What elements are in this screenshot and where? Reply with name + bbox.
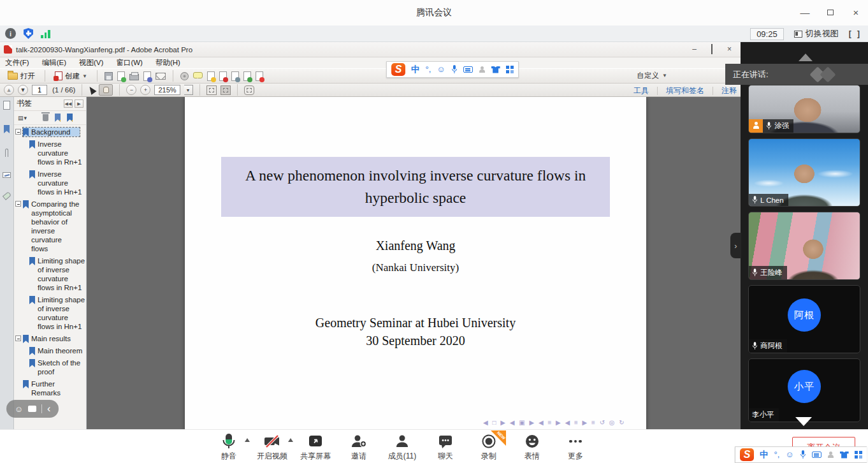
video-tile[interactable]: 小平 李小平 — [748, 358, 860, 422]
page-thumbnails-icon[interactable] — [3, 101, 10, 110]
new-bookmark-from-selection-icon[interactable] — [67, 114, 73, 122]
bookmark-item[interactable]: Comparing the asymptotical behavior of i… — [15, 200, 86, 253]
search-document-button[interactable] — [231, 71, 239, 81]
punctuation-icon[interactable]: °, — [426, 65, 431, 74]
save-button[interactable] — [105, 72, 113, 80]
emoji-picker-icon[interactable]: ☺ — [437, 65, 445, 74]
restore-button[interactable] — [825, 6, 836, 18]
bookmark-item[interactable]: Limiting shape of inverse curvature flow… — [15, 295, 86, 331]
new-bookmark-icon[interactable] — [55, 114, 61, 122]
camera-options-arrow[interactable] — [288, 438, 293, 442]
zoom-in-button[interactable]: + — [140, 85, 150, 95]
mic-options-arrow[interactable] — [245, 438, 250, 442]
attachments-icon[interactable] — [5, 149, 8, 157]
tags-icon[interactable] — [2, 191, 11, 200]
delete-bookmark-icon[interactable] — [43, 114, 48, 121]
meeting-info-icon[interactable]: i — [5, 28, 16, 39]
customize-button[interactable]: 自定义▼ — [637, 71, 667, 80]
hand-tool-button[interactable] — [99, 84, 113, 96]
chinese-mode-icon[interactable]: 中 — [760, 450, 769, 459]
toolbox-icon[interactable] — [506, 66, 514, 73]
touch-mode-button[interactable] — [244, 85, 254, 95]
switch-view-button[interactable]: 切换视图 — [794, 28, 839, 40]
bookmark-item[interactable]: Main results — [15, 334, 86, 343]
document-canvas[interactable]: A new phenomenon involving inverse curva… — [87, 97, 741, 429]
fullscreen-icon[interactable]: [ ] — [849, 29, 862, 38]
panel-menu-button[interactable]: ▶ — [75, 99, 83, 108]
menu-edit[interactable]: 编辑(E) — [42, 58, 66, 68]
voice-input-icon[interactable] — [800, 450, 806, 459]
bookmark-options-icon[interactable]: ▤▾ — [18, 115, 27, 121]
acrobat-restore-button[interactable] — [711, 45, 712, 54]
menu-help[interactable]: 帮助(H) — [156, 58, 180, 68]
menu-window[interactable]: 窗口(W) — [116, 58, 143, 68]
soft-keyboard-icon[interactable] — [812, 452, 821, 458]
collapse-icon[interactable] — [15, 335, 21, 341]
video-tile[interactable]: L Chen — [748, 138, 860, 207]
skin-icon[interactable] — [840, 452, 849, 459]
zoom-level-value[interactable]: 215% — [154, 85, 180, 95]
collapse-icon[interactable] — [15, 129, 21, 135]
zoom-dropdown-button[interactable]: ▼ — [184, 85, 193, 95]
voice-input-icon[interactable] — [451, 65, 458, 74]
highlight-text-button[interactable] — [207, 71, 215, 81]
tab-comment[interactable]: 注释 — [721, 85, 737, 96]
select-tool-icon[interactable] — [87, 85, 97, 95]
chat-button[interactable]: 聊天 — [427, 433, 464, 462]
tab-fill-sign[interactable]: 填写和签名 — [666, 85, 704, 96]
record-button[interactable]: 录制 NEW — [470, 433, 507, 462]
smiley-icon[interactable]: ☺ — [15, 405, 23, 413]
acrobat-minimize-button[interactable]: – — [692, 45, 697, 54]
toolbox-icon[interactable] — [855, 451, 862, 459]
page-number-input[interactable] — [32, 85, 47, 95]
open-button[interactable]: 打开 — [5, 70, 38, 82]
gear-icon[interactable] — [180, 72, 189, 80]
fit-page-button[interactable] — [221, 85, 231, 95]
bookmark-item[interactable]: Inverse curvature flows in Hn+1 — [15, 170, 86, 196]
video-tile[interactable]: 阿根 商阿根 — [748, 285, 860, 353]
bookmark-item[interactable]: Sketch of the proof — [15, 358, 86, 376]
invite-button[interactable]: 邀请 — [340, 433, 377, 462]
scroll-up-icon[interactable] — [799, 54, 813, 61]
signatures-icon[interactable] — [3, 172, 11, 178]
bookmark-item[interactable]: Background — [15, 128, 86, 136]
soft-keyboard-icon[interactable] — [463, 66, 473, 73]
account-icon[interactable] — [479, 66, 486, 73]
more-button[interactable]: 更多 — [557, 433, 594, 462]
members-button[interactable]: 成员(11) — [384, 433, 421, 462]
bookmark-item[interactable]: Further Remarks — [15, 379, 86, 397]
create-button[interactable]: 创建▼ — [52, 70, 90, 82]
account-icon[interactable] — [827, 452, 834, 459]
close-button[interactable]: × — [850, 6, 862, 18]
start-video-button[interactable]: 开启视频 — [254, 433, 291, 462]
emoji-picker-icon[interactable]: ☺ — [785, 450, 793, 459]
next-page-button[interactable]: ▼ — [18, 85, 28, 95]
email-button[interactable] — [156, 73, 166, 80]
restrict-document-button[interactable] — [219, 71, 227, 81]
collapse-icon[interactable] — [15, 201, 21, 207]
bookmark-item[interactable]: Limiting shape of inverse curvature flow… — [15, 256, 86, 292]
scroll-down-icon[interactable] — [795, 417, 812, 426]
acrobat-close-button[interactable]: × — [727, 45, 732, 54]
share-screen-button[interactable]: 共享屏幕 — [297, 433, 334, 462]
video-tile[interactable]: 涂强 — [748, 85, 860, 133]
emoji-button[interactable]: 表情 — [514, 433, 551, 462]
reaction-pill[interactable]: ☺ ‹ — [6, 400, 59, 418]
mute-button[interactable]: 静音 — [210, 433, 247, 462]
sogou-logo-icon[interactable]: S — [740, 448, 754, 461]
menu-view[interactable]: 视图(V) — [79, 58, 103, 68]
signature-pad-button[interactable] — [256, 71, 263, 81]
export-document-button[interactable] — [243, 71, 251, 81]
minimize-button[interactable]: — — [799, 6, 811, 18]
video-tile[interactable]: 王险峰 — [748, 212, 860, 280]
chat-bubble-icon[interactable] — [28, 406, 36, 412]
sign-page-button[interactable] — [143, 71, 151, 81]
chinese-mode-icon[interactable]: 中 — [411, 65, 420, 74]
collapse-video-panel-button[interactable]: › — [730, 233, 741, 258]
print-button[interactable] — [129, 74, 139, 80]
punctuation-icon[interactable]: °, — [774, 450, 780, 459]
skin-icon[interactable] — [491, 66, 500, 73]
security-shield-icon[interactable] — [24, 28, 33, 39]
previous-page-button[interactable]: ▲ — [4, 85, 14, 95]
comment-bubble-icon[interactable] — [193, 72, 203, 78]
